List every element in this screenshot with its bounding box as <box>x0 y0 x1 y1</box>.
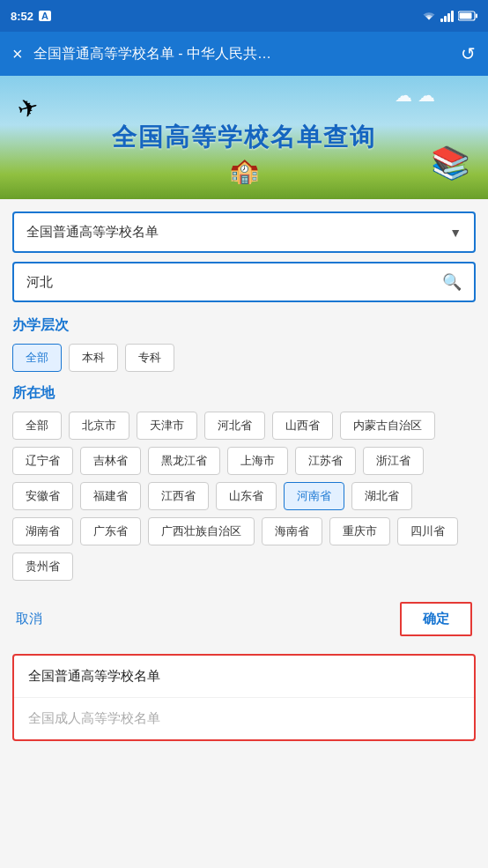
loc-hunan[interactable]: 湖南省 <box>12 517 73 545</box>
loc-jiangxi[interactable]: 江西省 <box>148 482 209 510</box>
education-level-section: 办学层次 全部 本科 专科 <box>12 316 476 372</box>
battery-icon <box>458 11 477 21</box>
dropdown-value: 全国普通高等学校名单 <box>26 224 449 241</box>
buildings-decoration: 🏫 <box>229 156 260 185</box>
loc-fujian[interactable]: 福建省 <box>80 482 141 510</box>
loc-guizhou[interactable]: 贵州省 <box>12 553 73 581</box>
page-title: 全国普通高等学校名单 - 中华人民共… <box>33 45 450 63</box>
status-bar: 8:52 A <box>0 0 488 32</box>
loc-chongqing[interactable]: 重庆市 <box>329 517 390 545</box>
action-row: 取消 确定 <box>12 593 476 645</box>
svg-rect-1 <box>444 16 447 22</box>
search-bar: 🔍 <box>12 262 476 302</box>
cloud-decoration: ☁ ☁ <box>395 85 435 106</box>
loc-hainan[interactable]: 海南省 <box>262 517 322 545</box>
loc-hubei[interactable]: 湖北省 <box>351 482 412 510</box>
books-decoration: 📚 <box>431 145 470 182</box>
tag-undergraduate[interactable]: 本科 <box>69 344 118 372</box>
loc-shanghai[interactable]: 上海市 <box>227 447 288 475</box>
loc-tianjin[interactable]: 天津市 <box>137 412 197 440</box>
banner: ✈ ☁ ☁ 全国高等学校名单查询 🏫 📚 <box>0 76 488 199</box>
location-tags: 全部 北京市 天津市 河北省 山西省 内蒙古自治区 辽宁省 吉林省 黑龙江省 上… <box>12 412 476 581</box>
cancel-button[interactable]: 取消 <box>16 611 42 627</box>
status-bar-right <box>421 10 477 22</box>
close-icon[interactable]: × <box>12 44 23 64</box>
popup-item-adult[interactable]: 全国成人高等学校名单 <box>14 698 474 739</box>
svg-rect-5 <box>460 13 472 19</box>
wifi-icon <box>421 10 437 22</box>
svg-rect-2 <box>447 13 450 22</box>
loc-heilongjiang[interactable]: 黑龙江省 <box>148 447 220 475</box>
loc-beijing[interactable]: 北京市 <box>69 412 129 440</box>
tag-all-level[interactable]: 全部 <box>12 344 62 372</box>
education-level-header: 办学层次 <box>12 316 476 335</box>
bottom-popup: 全国普通高等学校名单 全国成人高等学校名单 <box>12 654 476 741</box>
search-icon[interactable]: 🔍 <box>442 272 462 292</box>
search-input[interactable] <box>26 275 442 290</box>
status-icon: A <box>39 11 51 21</box>
loc-zhejiang[interactable]: 浙江省 <box>363 447 424 475</box>
loc-shanxi[interactable]: 山西省 <box>272 412 333 440</box>
svg-rect-0 <box>440 19 443 22</box>
svg-rect-3 <box>451 11 454 22</box>
education-level-tags: 全部 本科 专科 <box>12 344 476 372</box>
confirm-button[interactable]: 确定 <box>400 602 472 636</box>
svg-rect-6 <box>476 14 477 19</box>
status-time: 8:52 <box>11 10 33 23</box>
loc-henan[interactable]: 河南省 <box>284 482 344 510</box>
main-content: 全国普通高等学校名单 ▼ 🔍 办学层次 全部 本科 专科 所在地 全部 北京市 … <box>0 199 488 759</box>
loc-liaoning[interactable]: 辽宁省 <box>12 447 73 475</box>
title-bar: × 全国普通高等学校名单 - 中华人民共… ↺ <box>0 32 488 76</box>
popup-item-ordinary[interactable]: 全国普通高等学校名单 <box>14 656 474 698</box>
loc-jiangsu[interactable]: 江苏省 <box>295 447 356 475</box>
chevron-down-icon: ▼ <box>449 226 462 240</box>
refresh-icon[interactable]: ↺ <box>461 43 476 64</box>
status-bar-left: 8:52 A <box>11 10 51 23</box>
loc-hebei[interactable]: 河北省 <box>204 412 265 440</box>
loc-neimenggu[interactable]: 内蒙古自治区 <box>340 412 435 440</box>
signal-icon <box>440 10 455 22</box>
loc-shandong[interactable]: 山东省 <box>216 482 277 510</box>
loc-sichuan[interactable]: 四川省 <box>397 517 458 545</box>
banner-title: 全国高等学校名单查询 <box>112 121 376 154</box>
plane-decoration: ✈ <box>14 92 41 125</box>
loc-jilin[interactable]: 吉林省 <box>80 447 141 475</box>
school-type-dropdown[interactable]: 全国普通高等学校名单 ▼ <box>12 211 476 253</box>
loc-all[interactable]: 全部 <box>12 412 62 440</box>
loc-guangdong[interactable]: 广东省 <box>80 517 141 545</box>
loc-guangxi[interactable]: 广西壮族自治区 <box>148 517 255 545</box>
location-header: 所在地 <box>12 384 476 403</box>
tag-junior-college[interactable]: 专科 <box>125 344 174 372</box>
loc-anhui[interactable]: 安徽省 <box>12 482 73 510</box>
location-section: 所在地 全部 北京市 天津市 河北省 山西省 内蒙古自治区 辽宁省 吉林省 黑龙… <box>12 384 476 581</box>
